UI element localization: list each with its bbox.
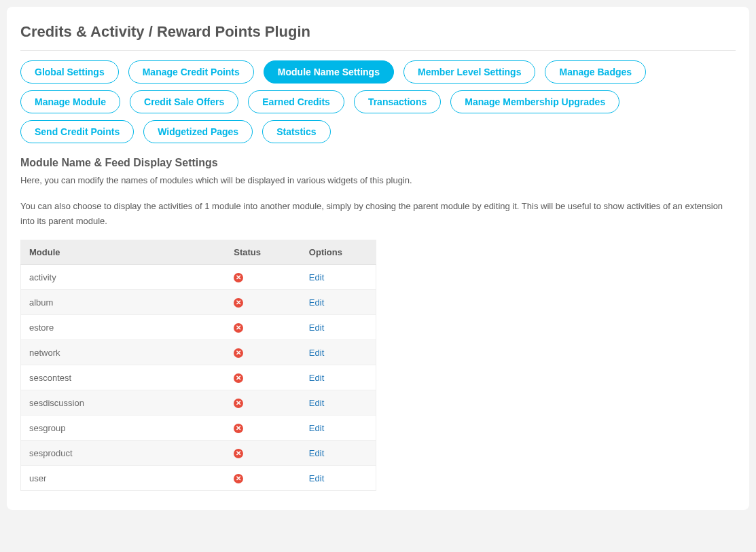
section-description-1: Here, you can modify the names of module…	[20, 173, 736, 188]
tab-manage-badges[interactable]: Manage Badges	[545, 60, 646, 84]
status-cell: ✕	[226, 365, 301, 390]
cross-red-icon[interactable]: ✕	[234, 273, 243, 282]
options-cell: Edit	[301, 290, 376, 315]
tab-earned-credits[interactable]: Earned Credits	[248, 90, 344, 113]
status-cell: ✕	[226, 441, 301, 466]
tab-send-credit-points[interactable]: Send Credit Points	[20, 120, 134, 143]
table-row: sesproduct✕Edit	[21, 441, 376, 466]
tab-manage-membership-upgrades[interactable]: Manage Membership Upgrades	[450, 90, 619, 113]
cross-red-icon[interactable]: ✕	[234, 424, 243, 433]
edit-link[interactable]: Edit	[309, 373, 324, 383]
tab-statstics[interactable]: Statstics	[262, 120, 330, 143]
tab-module-name-settings[interactable]: Module Name Settings	[264, 60, 394, 84]
cross-red-icon[interactable]: ✕	[234, 348, 243, 358]
section-heading: Module Name & Feed Display Settings	[20, 157, 736, 169]
col-header-options: Options	[301, 240, 376, 265]
tab-manage-credit-points[interactable]: Manage Credit Points	[128, 60, 254, 84]
edit-link[interactable]: Edit	[309, 272, 324, 282]
tabs-container: Global SettingsManage Credit PointsModul…	[20, 60, 736, 143]
status-cell: ✕	[226, 265, 301, 290]
tab-member-level-settings[interactable]: Member Level Settings	[403, 60, 536, 84]
edit-link[interactable]: Edit	[309, 448, 324, 458]
cross-red-icon[interactable]: ✕	[234, 298, 243, 308]
edit-link[interactable]: Edit	[309, 473, 324, 483]
options-cell: Edit	[301, 390, 376, 416]
table-row: sesgroup✕Edit	[21, 416, 376, 441]
tab-credit-sale-offers[interactable]: Credit Sale Offers	[130, 90, 238, 113]
status-cell: ✕	[226, 340, 301, 365]
divider	[20, 50, 736, 51]
col-header-status: Status	[226, 240, 301, 265]
table-row: sesdiscussion✕Edit	[21, 390, 376, 416]
cross-red-icon[interactable]: ✕	[234, 474, 243, 483]
module-name-cell: activity	[21, 265, 226, 290]
cross-red-icon[interactable]: ✕	[234, 399, 243, 408]
tab-transactions[interactable]: Transactions	[354, 90, 441, 113]
edit-link[interactable]: Edit	[309, 297, 324, 308]
status-cell: ✕	[226, 416, 301, 441]
table-row: sescontest✕Edit	[21, 365, 376, 390]
content-card: Credits & Activity / Reward Points Plugi…	[7, 7, 749, 510]
options-cell: Edit	[301, 365, 376, 390]
status-cell: ✕	[226, 390, 301, 416]
module-name-cell: sesdiscussion	[21, 390, 226, 416]
status-cell: ✕	[226, 315, 301, 340]
cross-red-icon[interactable]: ✕	[234, 449, 243, 458]
edit-link[interactable]: Edit	[309, 423, 324, 433]
page-title: Credits & Activity / Reward Points Plugi…	[20, 23, 736, 41]
status-cell: ✕	[226, 290, 301, 315]
table-row: user✕Edit	[21, 466, 376, 491]
tab-manage-module[interactable]: Manage Module	[20, 90, 120, 113]
table-row: network✕Edit	[21, 340, 376, 365]
table-row: album✕Edit	[21, 290, 376, 315]
module-name-cell: album	[21, 290, 226, 315]
module-name-cell: sesproduct	[21, 441, 226, 466]
edit-link[interactable]: Edit	[309, 398, 324, 408]
module-name-cell: user	[21, 466, 226, 491]
options-cell: Edit	[301, 265, 376, 290]
module-name-cell: sescontest	[21, 365, 226, 390]
cross-red-icon[interactable]: ✕	[234, 373, 243, 383]
cross-red-icon[interactable]: ✕	[234, 323, 243, 333]
tab-widgetized-pages[interactable]: Widgetized Pages	[143, 120, 253, 143]
table-row: activity✕Edit	[21, 265, 376, 290]
options-cell: Edit	[301, 466, 376, 491]
edit-link[interactable]: Edit	[309, 323, 324, 333]
module-name-cell: network	[21, 340, 226, 365]
options-cell: Edit	[301, 340, 376, 365]
options-cell: Edit	[301, 441, 376, 466]
col-header-module: Module	[21, 240, 226, 265]
module-table: Module Status Options activity✕Editalbum…	[20, 240, 376, 491]
tab-global-settings[interactable]: Global Settings	[20, 60, 119, 84]
edit-link[interactable]: Edit	[309, 348, 324, 358]
module-name-cell: sesgroup	[21, 416, 226, 441]
status-cell: ✕	[226, 466, 301, 491]
section-description-2: You can also choose to display the activ…	[20, 199, 736, 229]
options-cell: Edit	[301, 416, 376, 441]
table-row: estore✕Edit	[21, 315, 376, 340]
module-name-cell: estore	[21, 315, 226, 340]
options-cell: Edit	[301, 315, 376, 340]
